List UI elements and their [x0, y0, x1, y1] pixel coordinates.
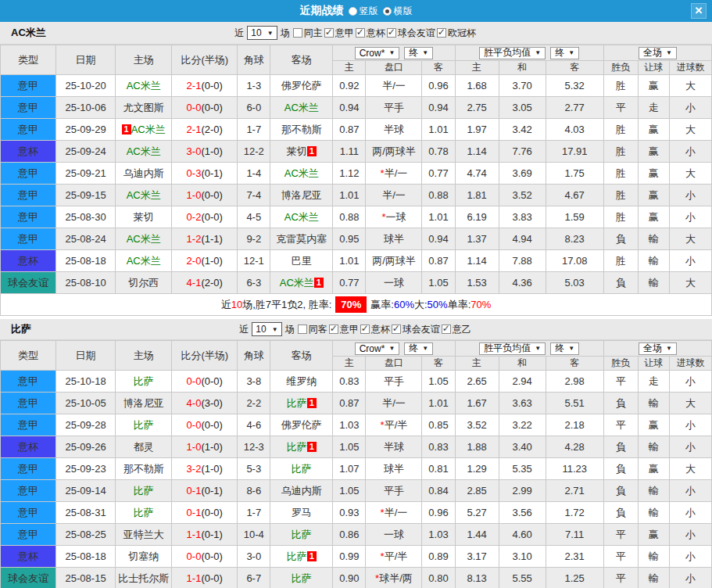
odds-home-win: 8.13: [455, 568, 499, 588]
checkbox-checked-icon[interactable]: [387, 28, 396, 38]
wdl-average-select[interactable]: 胜平负均值▼: [479, 47, 546, 59]
away-team: 维罗纳: [270, 371, 333, 393]
radio-unselected-icon[interactable]: [349, 7, 357, 16]
handicap-away-odds: 0.80: [422, 568, 455, 588]
away-team: 博洛尼亚: [270, 185, 333, 206]
match-count-value: 10: [256, 324, 266, 335]
result-flag: 胜: [603, 185, 638, 206]
layout-vertical-radio[interactable]: 竖版: [349, 5, 378, 18]
league-badge: 意杯: [1, 546, 56, 568]
team-label: 博洛尼亚: [123, 397, 164, 409]
match-count-select[interactable]: 10▼: [252, 322, 281, 336]
odds-draw: 3.63: [499, 393, 546, 414]
sub-col-goals: 进球数: [669, 357, 711, 371]
odds-away-win: 11.23: [546, 458, 603, 480]
goals-flag: 小: [669, 185, 711, 206]
checkbox-unchecked-icon[interactable]: [293, 28, 302, 38]
home-team: AC米兰: [116, 250, 172, 272]
col-header-date: 日期: [56, 45, 116, 75]
half-score: (1-0): [201, 255, 222, 267]
odds-away-win: 1.75: [546, 163, 603, 185]
bookmaker-select[interactable]: Crow*▼: [355, 342, 400, 355]
close-button[interactable]: ✕: [691, 3, 707, 19]
checkbox-unchecked-icon[interactable]: [298, 324, 307, 334]
match-count-select[interactable]: 10▼: [247, 26, 277, 40]
handicap-result-flag: 赢: [638, 75, 669, 97]
result-flag: 負: [603, 393, 638, 414]
away-team: 那不勒斯: [270, 119, 333, 141]
odds-draw: 3.40: [499, 436, 546, 458]
match-row: 意甲 25-09-23 那不勒斯 3-2(1-0) 5-3 比萨 1.07 球半…: [1, 458, 712, 480]
final-odds-select[interactable]: 终▼: [550, 47, 579, 59]
league-filter-same-venue[interactable]: 同主: [293, 27, 323, 40]
checkbox-checked-icon[interactable]: [360, 324, 370, 334]
league-filter-option[interactable]: 欧冠杯: [437, 27, 476, 40]
checkbox-checked-icon[interactable]: [356, 28, 365, 38]
odds-away-win: 2.77: [546, 97, 603, 119]
match-row: 意杯 25-09-24 AC米兰 3-0(1-0) 12-2 莱切1 1.11 …: [1, 141, 712, 163]
odds-away-win: 5.03: [546, 272, 603, 294]
team-section-home: AC米兰 近 10▼ 场 同主意甲意杯球会友谊欧冠杯 类型 日期 主场 比分(半…: [0, 22, 712, 316]
odds-away-win: 17.91: [546, 141, 603, 163]
half-score: (0-0): [201, 419, 222, 431]
league-filter-option[interactable]: 意甲: [324, 27, 354, 40]
league-filter-option[interactable]: 意杯: [356, 27, 385, 40]
col-header-score: 比分(半场): [172, 341, 238, 371]
col-header-corner: 角球: [238, 341, 270, 371]
rank-badge: 1: [307, 398, 317, 408]
checkbox-checked-icon[interactable]: [442, 324, 451, 334]
match-date: 25-09-21: [56, 163, 116, 185]
league-filter-option[interactable]: 意甲: [329, 323, 359, 336]
goals-flag: 小: [669, 502, 711, 524]
odds-draw: 4.36: [499, 272, 546, 294]
odds-draw: 3.05: [499, 97, 546, 119]
handicap-result-flag: 輸: [638, 502, 669, 524]
league-filter-option[interactable]: 意杯: [360, 323, 390, 336]
handicap-home-odds: 0.87: [333, 393, 366, 414]
summary-part: 70%: [470, 299, 491, 310]
wdl-group-header: 胜平负均值▼ 终▼: [455, 45, 603, 61]
scope-group-header: 全场▼: [603, 45, 711, 61]
odds-home-win: 1.14: [455, 250, 499, 272]
league-filter-option[interactable]: 意乙: [442, 323, 471, 336]
team-label: 比萨: [134, 375, 154, 387]
match-row: 意杯 25-09-26 都灵 1-0(1-0) 12-3 比萨1 1.05 半球…: [1, 436, 712, 458]
checkbox-checked-icon[interactable]: [392, 324, 401, 334]
checkbox-checked-icon[interactable]: [329, 324, 338, 334]
checkbox-checked-icon[interactable]: [324, 28, 334, 38]
bookmaker-select[interactable]: Crow*▼: [355, 47, 400, 59]
match-scope-select[interactable]: 全场▼: [639, 342, 677, 355]
half-score: (0-0): [201, 211, 222, 223]
layout-horizontal-radio[interactable]: 横版: [383, 5, 413, 18]
odds-away-win: 5.51: [546, 393, 603, 414]
league-filter-same-venue[interactable]: 同客: [298, 323, 327, 336]
chevron-down-icon: ▼: [422, 49, 428, 56]
results-table: 类型 日期 主场 比分(半场) 角球 客场 Crow*▼ 终▼ 胜平负均值▼ 终…: [0, 45, 712, 294]
final-odds-select[interactable]: 终▼: [404, 47, 433, 59]
league-filter-option[interactable]: 球会友谊: [392, 323, 440, 336]
checkbox-checked-icon[interactable]: [437, 28, 446, 38]
score-cell: 4-0(3-0): [172, 393, 238, 414]
score-cell: 2-0(1-0): [172, 250, 238, 272]
league-badge: 意甲: [1, 185, 56, 206]
match-scope-select[interactable]: 全场▼: [639, 47, 677, 59]
titlebar-center: 近期战绩 竖版 横版: [300, 4, 413, 18]
wdl-average-select[interactable]: 胜平负均值▼: [479, 342, 546, 355]
away-team: 罗马: [270, 502, 333, 524]
checkbox-label: 欧冠杯: [448, 27, 476, 40]
team-label: 维罗纳: [286, 375, 317, 387]
final-odds-select[interactable]: 终▼: [404, 342, 433, 355]
col-header-home: 主场: [116, 341, 172, 371]
corner-count: 6-0: [238, 97, 270, 119]
odds-home-win: 5.27: [455, 502, 499, 524]
final-odds-select[interactable]: 终▼: [550, 342, 579, 355]
match-row: 球会友谊 25-08-10 切尔西 4-1(2-0) 6-3 AC米兰1 0.7…: [1, 272, 712, 294]
half-score: (1-1): [201, 233, 222, 245]
league-filter-option[interactable]: 球会友谊: [387, 27, 435, 40]
radio-selected-icon[interactable]: [383, 7, 392, 16]
final-score: 2-1: [187, 80, 202, 91]
handicap-away-odds: 1.05: [422, 272, 455, 294]
filter-suffix-label: 场: [285, 323, 295, 336]
away-team: AC米兰: [270, 163, 333, 185]
odds-draw: 2.99: [499, 480, 546, 502]
